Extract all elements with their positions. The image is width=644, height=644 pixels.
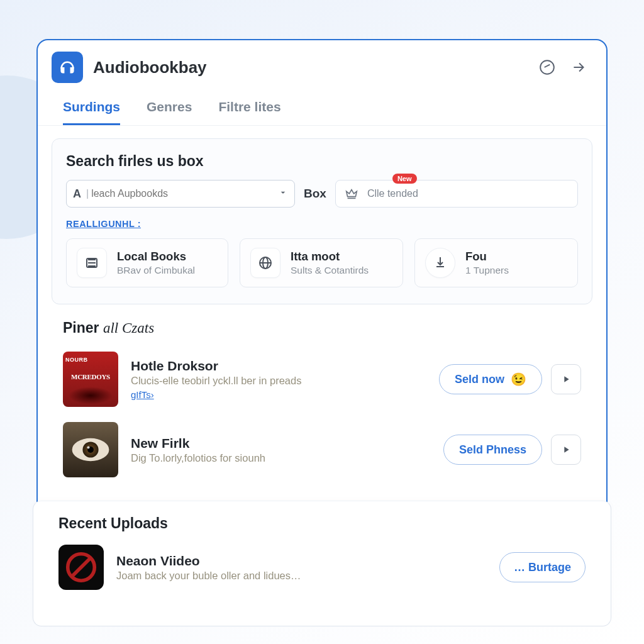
filter-crown-icon — [345, 187, 358, 201]
search-panel-title: Search firles us box — [66, 153, 578, 170]
text-a-icon: A — [73, 187, 81, 201]
thumb-text: MCREDOYS — [63, 373, 118, 380]
play-button[interactable] — [551, 435, 581, 465]
play-button[interactable] — [551, 364, 581, 394]
item-thumbnail[interactable] — [63, 422, 118, 477]
search-panel: Search firles us box A | Box New Clle te… — [52, 138, 592, 304]
cursor-caret-icon: | — [86, 188, 89, 199]
item-title: Hotle Droksor — [131, 358, 426, 374]
card-sub: Sults & Cotantirds — [291, 265, 369, 276]
section-title-recent: Recent Uploads — [58, 515, 586, 532]
card-title: Local Books — [117, 250, 195, 264]
recent-uploads-panel: Recent Uploads Neaon Viideo Joam back yo… — [33, 501, 611, 626]
box-label: Box — [304, 187, 326, 201]
list-item: NOURB MCREDOYS Hotle Droksor Clucis-elle… — [63, 345, 581, 417]
button-label: Seld now — [455, 373, 504, 386]
card-itta-moot[interactable]: Itta moot Sults & Cotantirds — [240, 238, 403, 287]
card-row: Local Books BRav of Cimbukal Itta moot S… — [66, 238, 578, 287]
section-title-b: all Czats — [103, 320, 154, 336]
burtage-button[interactable]: … Burtage — [499, 552, 586, 582]
app-logo — [52, 52, 83, 83]
tab-genres[interactable]: Genres — [147, 94, 192, 125]
list-icon — [77, 248, 107, 278]
tabs: Surdings Genres Filtre lites — [38, 91, 606, 126]
svg-point-12 — [87, 446, 89, 448]
card-sub: BRav of Cimbukal — [117, 265, 195, 276]
forward-icon[interactable] — [569, 57, 589, 77]
filter-select[interactable]: New Clle tended — [335, 180, 578, 208]
item-title: Neaon Viideo — [116, 553, 487, 569]
item-actions: Seld now 😉 — [439, 364, 581, 394]
section-title-a: Piner — [63, 319, 103, 336]
tab-surdings[interactable]: Surdings — [63, 94, 120, 125]
card-fou[interactable]: Fou 1 Tupners — [414, 238, 578, 287]
section-piner: Piner all Czats NOURB MCREDOYS Hotle Dro… — [38, 304, 606, 487]
download-icon — [425, 248, 455, 278]
header: Audiobookbay — [38, 40, 606, 91]
filter-select-text: Clle tended — [367, 188, 418, 199]
button-label: Seld Phness — [459, 443, 526, 457]
app-title: Audiobookbay — [93, 58, 207, 77]
item-actions: … Burtage — [499, 552, 586, 582]
item-subtitle: Clucis-elle teobirl yckl.ll ber in pread… — [131, 375, 426, 387]
sell-phness-button[interactable]: Seld Phness — [443, 435, 542, 465]
card-local-books[interactable]: Local Books BRav of Cimbukal — [66, 238, 228, 287]
sell-now-button[interactable]: Seld now 😉 — [439, 364, 542, 394]
item-thumbnail[interactable] — [58, 545, 104, 590]
item-subtitle: Dig To.lorly,folotios for siounh — [131, 452, 431, 464]
search-row: A | Box New Clle tended — [66, 180, 578, 208]
chevron-down-icon[interactable] — [278, 187, 288, 200]
card-title: Itta moot — [291, 250, 369, 264]
search-link[interactable]: REALLIGUNHL : — [66, 219, 141, 229]
globe-icon — [250, 248, 280, 278]
status-icon[interactable] — [537, 57, 557, 77]
item-subtitle: Joam back your buble oller and lidues… — [116, 570, 487, 582]
wink-emoji-icon: 😉 — [511, 372, 526, 387]
item-link[interactable]: gIfTs› — [131, 389, 154, 400]
card-sub: 1 Tupners — [465, 265, 509, 276]
tab-filtre-lites[interactable]: Filtre lites — [218, 94, 280, 125]
new-badge: New — [392, 174, 417, 184]
list-item: Neaon Viideo Joam back your buble oller … — [58, 542, 586, 592]
section-title-piner: Piner all Czats — [63, 319, 581, 336]
svg-point-0 — [540, 60, 554, 74]
item-title: New Firlk — [131, 436, 431, 451]
search-input-wrap[interactable]: A | — [66, 180, 295, 208]
search-input[interactable] — [91, 188, 278, 199]
item-thumbnail[interactable]: NOURB MCREDOYS — [63, 352, 118, 407]
item-actions: Seld Phness — [443, 435, 581, 465]
svg-rect-8 — [436, 266, 444, 267]
svg-line-14 — [72, 558, 90, 576]
card-title: Fou — [465, 250, 509, 264]
thumb-band: NOURB — [65, 357, 88, 363]
button-label: … Burtage — [514, 561, 571, 574]
list-item: New Firlk Dig To.lorly,folotios for siou… — [63, 417, 581, 487]
